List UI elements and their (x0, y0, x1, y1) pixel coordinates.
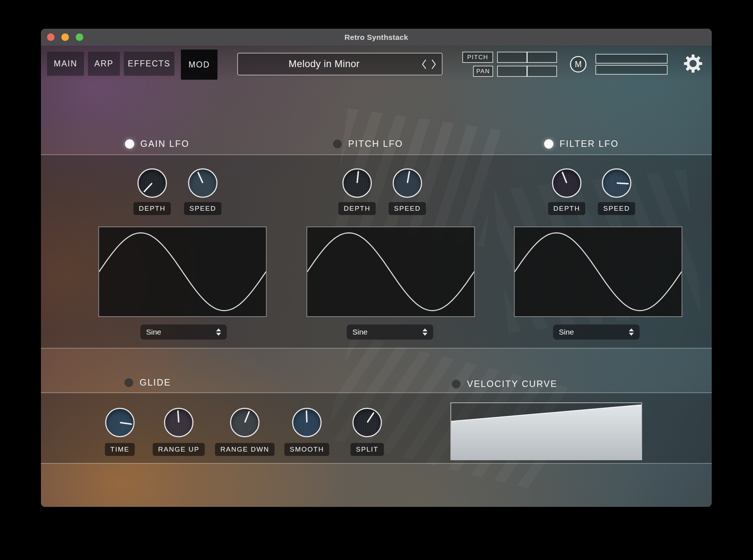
pitch-lfo-enable-indicator[interactable] (333, 139, 342, 149)
sine-wave-graphic (99, 227, 266, 316)
knob-pointer (177, 410, 179, 423)
preset-nav (421, 53, 437, 75)
settings-button[interactable] (683, 53, 703, 74)
knob-pointer (561, 172, 567, 183)
knob-pointer (356, 171, 359, 183)
velocity-curve-display[interactable] (450, 402, 642, 460)
glide-range-down-label: RANGE DWN (215, 443, 275, 456)
midi-mode-button[interactable]: M (570, 56, 586, 73)
pitch-lfo-depth-knob[interactable] (342, 168, 372, 198)
select-arrows-icon (422, 328, 427, 336)
preset-next-icon[interactable] (431, 59, 437, 70)
glide-enable-indicator[interactable] (124, 378, 134, 387)
knob-pointer (617, 182, 629, 185)
knob-pointer (120, 422, 132, 425)
filter-lfo-depth-knob[interactable] (552, 168, 581, 198)
gear-icon (683, 53, 703, 74)
preset-name: Melody in Minor (238, 59, 442, 70)
pitch-slider-handle[interactable] (527, 52, 528, 63)
knob-pointer (244, 411, 250, 423)
gain-lfo-wave-select[interactable]: Sine (140, 325, 227, 340)
select-arrows-icon (216, 328, 221, 336)
glide-smooth-label: SMOOTH (284, 443, 329, 456)
pan-slider[interactable] (497, 66, 557, 77)
knob-pointer (366, 412, 374, 423)
pitch-lfo-title: PITCH LFO (348, 139, 403, 149)
gain-lfo-wave-display (98, 227, 267, 317)
window-title: Retro Synthstack (345, 33, 408, 42)
filter-lfo-header: FILTER LFO (544, 139, 619, 149)
glide-split-label: SPLIT (351, 443, 384, 456)
minimize-button[interactable] (61, 33, 69, 41)
sine-wave-graphic (515, 227, 682, 316)
master-slider-top[interactable] (595, 54, 668, 64)
pitch-lfo-wave-select[interactable]: Sine (347, 325, 433, 340)
filter-lfo-depth-label: DEPTH (548, 202, 585, 215)
knob-pointer (197, 172, 203, 183)
filter-lfo-speed-label: SPEED (598, 202, 635, 215)
knob-pointer (407, 171, 410, 183)
wave-select-value: Sine (559, 328, 574, 336)
filter-lfo-wave-display (514, 227, 682, 317)
filter-lfo-speed-knob[interactable] (602, 168, 631, 198)
pan-slider-handle[interactable] (527, 66, 528, 77)
velocity-ramp-graphic (451, 403, 641, 459)
master-slider-bottom[interactable] (595, 65, 668, 75)
glide-range-up-label: RANGE UP (153, 443, 205, 456)
gain-lfo-depth-knob[interactable] (137, 168, 167, 198)
plugin-window: Retro Synthstack MAIN ARP EFFECTS MOD Me… (41, 29, 712, 507)
velocity-curve-header: VELOCITY CURVE (452, 379, 557, 389)
select-arrows-icon (629, 328, 634, 336)
window-controls (47, 29, 83, 46)
pitch-label: PITCH (462, 52, 493, 63)
knob-pointer (306, 410, 308, 423)
pitch-lfo-depth-label: DEPTH (338, 202, 376, 215)
tab-mod[interactable]: MOD (181, 50, 218, 80)
glide-title: GLIDE (140, 377, 171, 388)
gain-lfo-speed-knob[interactable] (188, 168, 218, 198)
glide-time-knob[interactable] (105, 408, 135, 437)
glide-split-knob[interactable] (352, 408, 382, 437)
pitch-lfo-speed-label: SPEED (389, 202, 426, 215)
gain-lfo-title: GAIN LFO (140, 139, 190, 149)
preset-prev-icon[interactable] (421, 59, 427, 70)
titlebar[interactable]: Retro Synthstack (41, 29, 712, 46)
glide-range-down-knob[interactable] (230, 408, 259, 437)
pitch-slider[interactable] (497, 52, 557, 63)
glide-smooth-knob[interactable] (292, 408, 322, 437)
knob-pointer (143, 183, 153, 193)
tab-arp[interactable]: ARP (88, 52, 120, 76)
close-button[interactable] (47, 33, 55, 41)
gain-lfo-depth-label: DEPTH (134, 202, 171, 215)
filter-lfo-title: FILTER LFO (560, 139, 619, 149)
pitch-lfo-speed-knob[interactable] (393, 168, 422, 198)
pitch-lfo-wave-display (307, 227, 475, 317)
gain-lfo-enable-indicator[interactable] (125, 139, 134, 149)
preset-selector[interactable]: Melody in Minor (237, 53, 443, 75)
glide-header: GLIDE (124, 377, 171, 388)
filter-lfo-wave-select[interactable]: Sine (553, 325, 640, 340)
sine-wave-graphic (307, 227, 474, 316)
filter-lfo-enable-indicator[interactable] (544, 139, 553, 149)
tab-main[interactable]: MAIN (47, 52, 84, 76)
glide-time-label: TIME (105, 443, 135, 456)
glide-range-up-knob[interactable] (164, 408, 193, 437)
velocity-curve-title: VELOCITY CURVE (467, 379, 557, 389)
zoom-button[interactable] (76, 33, 83, 41)
tab-effects[interactable]: EFFECTS (124, 52, 174, 76)
velocity-enable-indicator[interactable] (452, 379, 461, 389)
gain-lfo-speed-label: SPEED (184, 202, 221, 215)
wave-select-value: Sine (146, 328, 161, 336)
wave-select-value: Sine (352, 328, 368, 336)
pitch-lfo-header: PITCH LFO (333, 139, 403, 149)
pan-label: PAN (473, 66, 493, 77)
gain-lfo-header: GAIN LFO (125, 139, 190, 149)
